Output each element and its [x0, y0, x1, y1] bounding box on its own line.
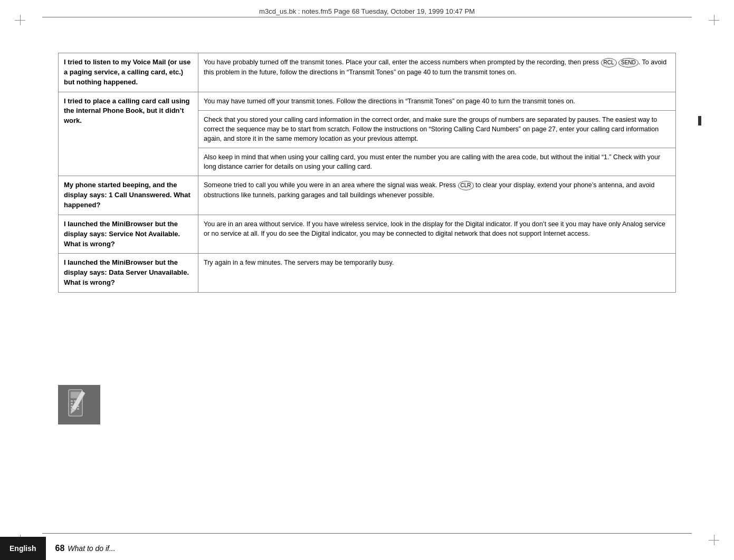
- footer-page-label: What to do if...: [68, 544, 115, 553]
- header-line: [42, 17, 692, 17]
- rcl-button: RCL: [601, 58, 617, 67]
- footer: English 68 What to do if...: [0, 537, 734, 560]
- svg-rect-13: [77, 408, 79, 410]
- problem-cell: I launched the MiniBrowser but the displ…: [59, 254, 198, 293]
- clr-button: CLR: [458, 181, 474, 190]
- footer-page-info: 68 What to do if...: [46, 538, 125, 558]
- corner-mark-tr: [709, 15, 719, 25]
- table-row: I launched the MiniBrowser but the displ…: [59, 254, 676, 293]
- right-side-marker: [698, 116, 701, 125]
- solution-cell: You are in an area without service. If y…: [198, 215, 676, 254]
- solution-cell: Also keep in mind that when using your c…: [198, 148, 676, 176]
- table-row: My phone started beeping, and the displa…: [59, 176, 676, 215]
- solution-cell: Try again in a few minutes. The servers …: [198, 254, 676, 293]
- footer-language: English: [0, 537, 46, 560]
- problem-cell: I tried to place a calling card call usi…: [59, 92, 198, 176]
- table-row: I launched the MiniBrowser but the displ…: [59, 215, 676, 254]
- svg-rect-2: [71, 400, 73, 402]
- solution-cell: You have probably turned off the transmi…: [198, 53, 676, 92]
- send-button: SEND: [618, 58, 638, 67]
- svg-rect-5: [71, 403, 73, 404]
- header-text: m3cd_us.bk : notes.fm5 Page 68 Tuesday, …: [42, 7, 692, 15]
- corner-mark-tl: [15, 15, 25, 25]
- table-row: I tried to listen to my Voice Mail (or u…: [59, 53, 676, 92]
- footer-line: [42, 533, 692, 534]
- footer-page-number: 68: [55, 544, 65, 553]
- troubleshooting-table: I tried to listen to my Voice Mail (or u…: [58, 53, 676, 293]
- table-row: I tried to place a calling card call usi…: [59, 92, 676, 110]
- phone-icon-image: [58, 385, 100, 424]
- solution-cell: You may have turned off your transmit to…: [198, 92, 676, 110]
- main-content: I tried to listen to my Voice Mail (or u…: [58, 53, 676, 293]
- solution-cell: Someone tried to call you while you were…: [198, 176, 676, 215]
- solution-cell: Check that you stored your calling card …: [198, 110, 676, 148]
- problem-cell: I launched the MiniBrowser but the displ…: [59, 215, 198, 254]
- phone-pencil-svg: [66, 388, 92, 422]
- problem-cell: My phone started beeping, and the displa…: [59, 176, 198, 215]
- problem-cell: I tried to listen to my Voice Mail (or u…: [59, 53, 198, 92]
